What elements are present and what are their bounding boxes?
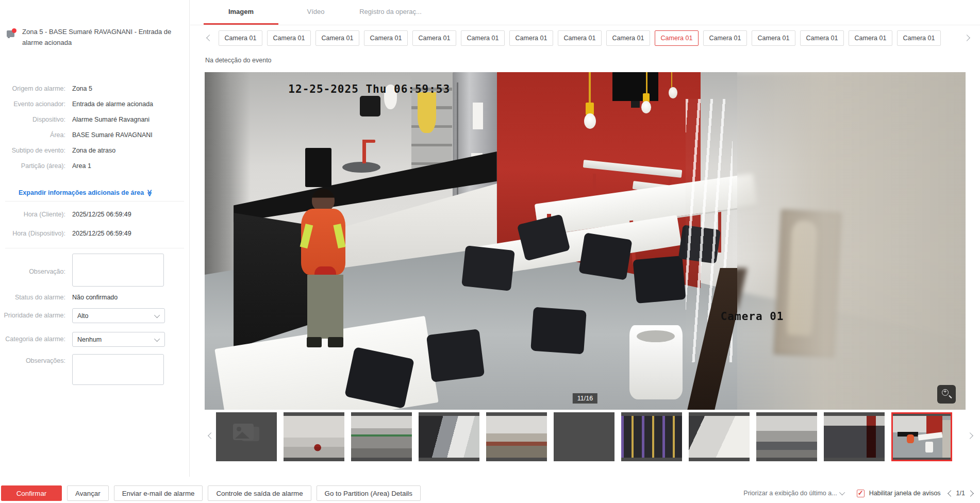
bulb-cord — [589, 72, 590, 103]
camera-snapshot-image: 12-25-2025 Thu 06:59:53 Camera 01 11/16 — [205, 72, 966, 410]
thumbnail[interactable] — [419, 412, 479, 461]
observation-textarea[interactable] — [72, 254, 164, 287]
bulb-socket — [643, 93, 650, 102]
chevron-double-down-icon: ≫ — [146, 190, 154, 197]
priority-row: Prioridade de alarme: Alto — [0, 308, 184, 323]
checkmark-icon: ✓ — [858, 489, 863, 497]
action-bar: Confirmar Avançar Enviar e-mail de alarm… — [0, 483, 980, 503]
thumbnail[interactable] — [621, 412, 682, 461]
black-chair — [461, 245, 515, 291]
field-row: Dispositivo:Alarme Sumaré Ravagnani — [0, 116, 184, 125]
confirm-button[interactable]: Confirmar — [1, 485, 62, 501]
alarm-status-value: Não confirmado — [72, 294, 118, 301]
camera-button[interactable]: Camera 01 — [800, 30, 844, 46]
field-row: Área:BASE Sumaré RAVAGNANI — [0, 131, 184, 141]
thumbnail-placeholder[interactable] — [216, 412, 277, 461]
sink — [342, 162, 380, 173]
forward-button[interactable]: Avançar — [67, 485, 109, 501]
camera-bar-prev-icon[interactable] — [205, 31, 214, 45]
tab-registro-operacao[interactable]: Registro da operaç... — [353, 0, 428, 25]
camera-button[interactable]: Camera 01 — [703, 30, 747, 46]
go-to-partition-details-button[interactable]: Go to Partition (Area) Details — [317, 485, 421, 501]
camera-button[interactable]: Camera 01 — [752, 30, 795, 46]
time-fields: Hora (Cliente):2025/12/25 06:59:49 Hora … — [0, 211, 184, 245]
alarm-title: Zona 5 - BASE Sumaré RAVAGNANI - Entrada… — [22, 27, 182, 48]
trash-bin-lid — [637, 330, 675, 342]
field-row: Hora (Cliente):2025/12/25 06:59:49 — [0, 211, 184, 220]
bulb-cord — [646, 72, 647, 93]
thumbnail-strip — [205, 412, 976, 462]
camera-button[interactable]: Camera 01 — [219, 30, 262, 46]
page-prev-icon[interactable] — [948, 490, 954, 497]
category-row: Categoria de alarme: Nenhum — [0, 332, 184, 347]
black-chair — [530, 307, 587, 354]
light-bulb — [584, 113, 596, 129]
camera-button-active[interactable]: Camera 01 — [655, 30, 699, 46]
enable-notice-window-checkbox[interactable]: ✓ — [857, 490, 865, 497]
red-faucet — [362, 140, 366, 163]
thumbnail[interactable] — [284, 412, 344, 461]
alarm-fields: Origem do alarme:Zona 5 Evento acionador… — [0, 85, 184, 178]
display-priority-dropdown[interactable]: Priorizar a exibição do último a... — [743, 490, 844, 497]
camera-button[interactable]: Camera 01 — [606, 30, 650, 46]
alarm-red-dot — [12, 28, 16, 33]
enable-notice-window-label: Habilitar janela de avisos — [869, 490, 941, 497]
camera-button[interactable]: Camera 01 — [267, 30, 311, 46]
camera-button[interactable]: Camera 01 — [509, 30, 553, 46]
no-image-icon — [233, 424, 254, 440]
thumbnail-selected[interactable] — [891, 412, 952, 461]
status-row: Status do alarme: Não confirmado — [0, 294, 184, 303]
camera-bar-next-icon[interactable] — [964, 31, 973, 45]
thumbnail[interactable] — [689, 412, 750, 461]
bulb-cord — [671, 72, 673, 87]
observations-row: Observações: — [0, 354, 184, 385]
osd-camera-name: Camera 01 — [721, 310, 784, 323]
paper-towel-dispenser — [360, 96, 380, 117]
zoom-in-button[interactable] — [937, 385, 956, 404]
observations-textarea[interactable] — [72, 354, 164, 385]
alarm-detail-panel: Zona 5 - BASE Sumaré RAVAGNANI - Entrada… — [0, 0, 190, 477]
chevron-down-icon — [154, 336, 160, 341]
alarm-edit-fields: Observação: Status do alarme: Não confir… — [0, 254, 184, 392]
camera-button[interactable]: Camera 01 — [364, 30, 408, 46]
expand-area-info-link[interactable]: Expandir informações adicionais de área≫ — [19, 189, 154, 196]
tv-mount — [631, 101, 640, 108]
camera-button[interactable]: Camera 01 — [897, 30, 941, 46]
alarm-output-control-button[interactable]: Controle de saída de alarme — [208, 485, 311, 501]
camera-button[interactable]: Camera 01 — [315, 30, 359, 46]
divider — [5, 201, 184, 202]
tab-video[interactable]: Vídeo — [278, 0, 353, 25]
pagination: 1/1 — [949, 490, 973, 497]
black-chair — [633, 256, 686, 304]
thumbnail[interactable] — [756, 412, 817, 461]
field-row: Hora (Dispositivo):2025/12/25 06:59:49 — [0, 230, 184, 239]
camera-button[interactable]: Camera 01 — [558, 30, 602, 46]
tab-imagem[interactable]: Imagem — [204, 0, 278, 25]
thumbnail[interactable] — [486, 412, 547, 461]
category-select[interactable]: Nenhum — [72, 332, 165, 347]
black-chair — [578, 232, 632, 280]
thumbnail[interactable] — [351, 412, 412, 461]
field-row: Partição (área):Area 1 — [0, 162, 184, 172]
thumbnail[interactable] — [554, 412, 614, 461]
send-alarm-email-button[interactable]: Enviar e-mail de alarme — [114, 485, 203, 501]
camera-button[interactable]: Camera 01 — [461, 30, 505, 46]
person-shoe — [307, 337, 322, 347]
thumbnails-prev-icon[interactable] — [206, 429, 215, 443]
image-page-badge: 11/16 — [573, 393, 597, 404]
chevron-down-icon — [839, 490, 845, 495]
camera-button-bar: Camera 01 Camera 01 Camera 01 Camera 01 … — [205, 30, 973, 46]
page-next-icon[interactable] — [967, 490, 974, 497]
field-row: Subtipo de evento:Zona de atraso — [0, 147, 184, 156]
thumbnails-next-icon[interactable] — [967, 429, 976, 443]
camera-button[interactable]: Camera 01 — [849, 30, 892, 46]
light-bulb — [669, 87, 677, 98]
priority-select[interactable]: Alto — [72, 308, 165, 323]
camera-button[interactable]: Camera 01 — [412, 30, 456, 46]
divider — [5, 248, 184, 248]
black-chair — [426, 329, 485, 382]
thumbnail[interactable] — [824, 412, 885, 461]
footer-right-controls: Priorizar a exibição do último a... ✓ Ha… — [743, 490, 973, 497]
event-detection-caption: Na detecção do evento — [205, 57, 272, 64]
field-row: Origem do alarme:Zona 5 — [0, 85, 184, 94]
